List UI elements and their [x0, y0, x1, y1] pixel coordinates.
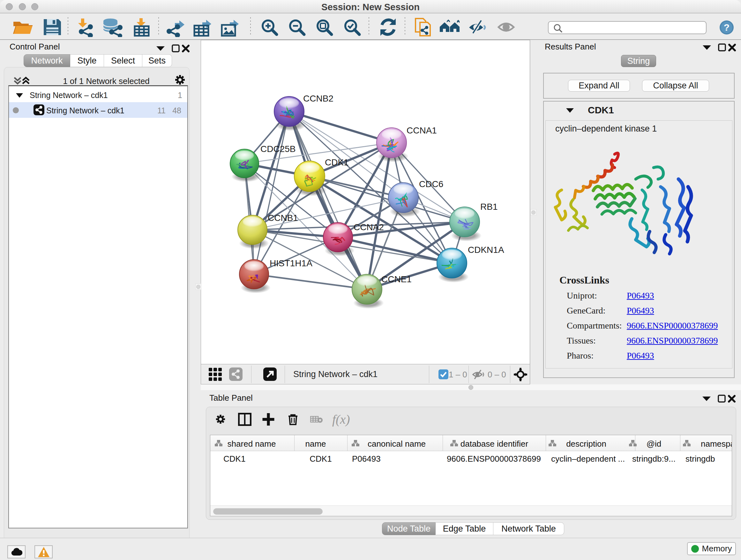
svg-text:CDK1: CDK1 — [325, 158, 349, 167]
svg-text:CDC6: CDC6 — [419, 179, 443, 189]
svg-text:CCNA1: CCNA1 — [407, 125, 437, 135]
svg-text:CCNB2: CCNB2 — [303, 94, 333, 104]
svg-text:CCNE1: CCNE1 — [381, 274, 412, 284]
svg-text:HIST1H1A: HIST1H1A — [270, 258, 313, 268]
svg-text:CCNA2: CCNA2 — [354, 222, 384, 232]
svg-text:RB1: RB1 — [480, 202, 497, 212]
svg-text:CDC25B: CDC25B — [260, 144, 295, 154]
svg-text:CCNB1: CCNB1 — [268, 213, 298, 223]
svg-text:?: ? — [724, 22, 730, 33]
svg-text:CDKN1A: CDKN1A — [468, 245, 504, 255]
